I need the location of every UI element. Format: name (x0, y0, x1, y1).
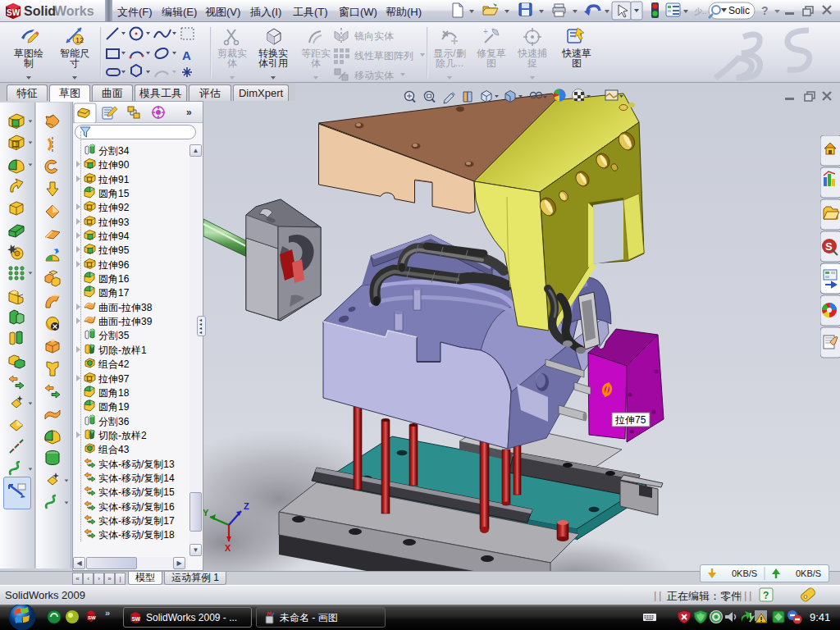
svg-text:0KB/S: 0KB/S (732, 568, 757, 578)
svg-text:A: A (182, 48, 191, 62)
svg-text:9:41: 9:41 (810, 611, 830, 623)
svg-text:Solid: Solid (24, 4, 56, 18)
svg-text:12: 12 (75, 36, 84, 44)
svg-text:+: + (483, 27, 488, 36)
svg-text:X: X (225, 543, 231, 553)
svg-text:»: » (186, 107, 192, 118)
svg-text:0KB/S: 0KB/S (796, 568, 821, 578)
svg-text:拉伸75: 拉伸75 (614, 414, 646, 426)
svg-text:SW: SW (88, 615, 96, 620)
svg-text:?: ? (763, 590, 769, 601)
svg-text:少..: 少.. (694, 7, 707, 16)
svg-text:S: S (825, 240, 833, 253)
svg-text:SW: SW (7, 8, 21, 17)
svg-text:Z: Z (244, 501, 249, 511)
svg-text:Y: Y (203, 508, 209, 518)
svg-text:Works: Works (54, 4, 94, 18)
svg-text:?: ? (761, 4, 769, 17)
svg-text:SW: SW (132, 616, 141, 622)
svg-text:»: » (105, 608, 110, 618)
svg-text:Solic: Solic (728, 5, 750, 16)
